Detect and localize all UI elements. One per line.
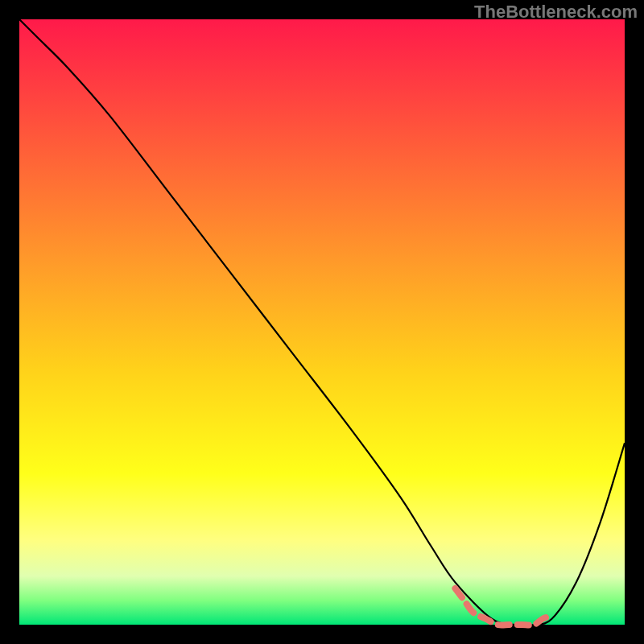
attribution-text: TheBottleneck.com [474, 2, 638, 23]
plot-area [19, 19, 625, 625]
chart-lines [19, 19, 625, 625]
optimal-range-highlight [455, 588, 551, 625]
bottleneck-curve [19, 19, 625, 625]
chart-container: TheBottleneck.com [0, 0, 644, 644]
